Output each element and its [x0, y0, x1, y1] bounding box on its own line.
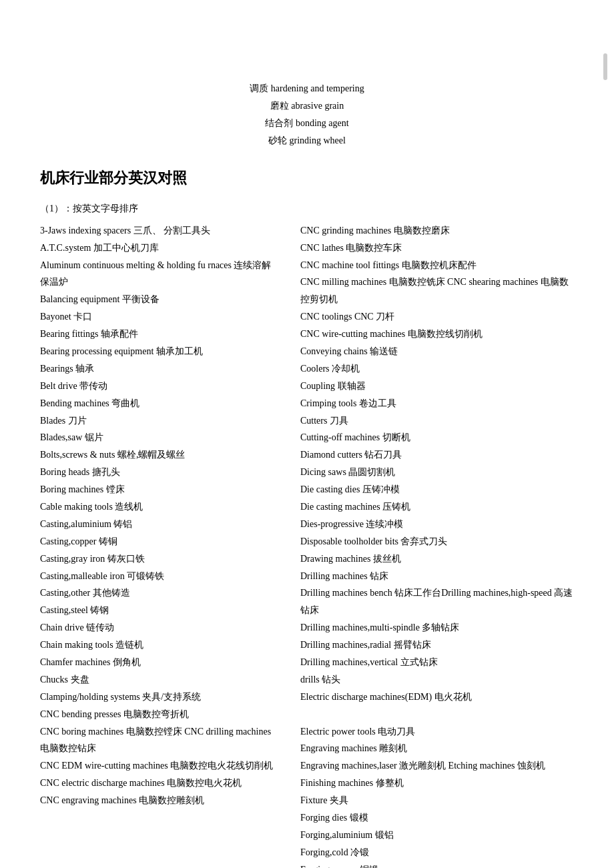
list-item: Chain making tools 造链机: [40, 636, 280, 654]
list-item: Boring heads 搪孔头: [40, 464, 280, 481]
list-item: Casting,copper 铸铜: [40, 533, 280, 550]
page: 调质 hardening and tempering 磨粒 abrasive g…: [0, 0, 614, 868]
list-item: Aluminum continuous melting & holding fu…: [40, 257, 280, 292]
scrollbar[interactable]: [603, 53, 607, 80]
left-column: 3-Jaws indexing spacers 三爪、 分割工具头 A.T.C.…: [40, 222, 294, 868]
list-item: Drilling machines,radial 摇臂钻床: [300, 636, 574, 654]
list-item: Forging,copper 铜锻: [300, 861, 574, 868]
right-column: CNC grinding machines 电脑数控磨床 CNC lathes …: [294, 222, 574, 868]
list-item: Engraving machines 雕刻机: [300, 740, 574, 757]
list-item: Clamping/holding systems 夹具/支持系统: [40, 689, 280, 706]
list-item: Bearing processing equipment 轴承加工机: [40, 343, 280, 360]
top-line-3: 结合剂 bonding agent: [40, 115, 574, 132]
list-item: CNC lathes 电脑数控车床: [300, 240, 574, 257]
list-item: CNC toolings CNC 刀杆: [300, 308, 574, 326]
list-item: Drilling machines,multi-spindle 多轴钻床: [300, 619, 574, 636]
list-item: Chain drive 链传动: [40, 619, 280, 636]
list-item: CNC electric discharge machines 电脑数控电火花机: [40, 775, 280, 792]
list-item: Bayonet 卡口: [40, 308, 280, 326]
list-item: Forging,aluminium 锻铝: [300, 827, 574, 844]
list-item: Forging,cold 冷锻: [300, 844, 574, 861]
list-item: Cutters 刀具: [300, 412, 574, 430]
list-item: Bearings 轴承: [40, 360, 280, 378]
list-item: CNC milling machines 电脑数控铣床 CNC shearing…: [300, 274, 574, 308]
top-line-4: 砂轮 grinding wheel: [40, 132, 574, 149]
list-item: Casting,gray iron 铸灰口铁: [40, 550, 280, 568]
list-item: Boring machines 镗床: [40, 481, 280, 498]
list-item: Chamfer machines 倒角机: [40, 654, 280, 671]
list-item: CNC machine tool fittings 电脑数控机床配件: [300, 257, 574, 274]
list-item: Balancing equipment 平衡设备: [40, 291, 280, 308]
list-item: Drilling machines,vertical 立式钻床: [300, 654, 574, 671]
list-item: Blades,saw 锯片: [40, 429, 280, 446]
list-item: Coupling 联轴器: [300, 378, 574, 395]
section-title: 机床行业部分英汉对照: [40, 168, 574, 188]
list-item: CNC bending presses 电脑数控弯折机: [40, 706, 280, 723]
list-item: 3-Jaws indexing spacers 三爪、 分割工具头: [40, 222, 280, 240]
sub-note: （1）：按英文字母排序: [40, 200, 574, 217]
list-item: CNC grinding machines 电脑数控磨床: [300, 222, 574, 240]
content-wrapper: 3-Jaws indexing spacers 三爪、 分割工具头 A.T.C.…: [40, 222, 574, 868]
list-item: Drilling machines bench 钻床工作台Drilling ma…: [300, 584, 574, 619]
list-item: CNC wire-cutting machines 电脑数控线切削机: [300, 326, 574, 343]
list-item: Cable making tools 造线机: [40, 498, 280, 516]
list-item: Die casting dies 压铸冲模: [300, 481, 574, 498]
list-item: Cutting-off machines 切断机: [300, 429, 574, 446]
list-item: Dies-progressive 连续冲模: [300, 516, 574, 533]
top-line-1: 调质 hardening and tempering: [40, 80, 574, 97]
list-item: Coolers 冷却机: [300, 360, 574, 378]
list-item: Bolts,screws & nuts 螺栓,螺帽及螺丝: [40, 446, 280, 464]
list-item: Electric power tools 电动刀具: [300, 723, 574, 741]
list-item: Electric discharge machines(EDM) 电火花机: [300, 689, 574, 706]
list-item: Blades 刀片: [40, 412, 280, 430]
list-item: Casting,steel 铸钢: [40, 602, 280, 619]
list-item: A.T.C.system 加工中心机刀库: [40, 240, 280, 257]
list-item: CNC boring machines 电脑数控镗床 CNC drilling …: [40, 723, 280, 758]
list-item: Conveying chains 输送链: [300, 343, 574, 360]
list-item: Crimping tools 卷边工具: [300, 395, 574, 412]
list-item: Disposable toolholder bits 舍弃式刀头: [300, 533, 574, 550]
list-item: Forging dies 锻模: [300, 809, 574, 827]
list-item: CNC engraving machines 电脑数控雕刻机: [40, 792, 280, 809]
list-item: Dicing saws 晶圆切割机: [300, 464, 574, 481]
list-item: Bending machines 弯曲机: [40, 395, 280, 412]
list-item: Chucks 夹盘: [40, 671, 280, 689]
list-item: Die casting machines 压铸机: [300, 498, 574, 516]
list-item: Drawing machines 拔丝机: [300, 550, 574, 568]
list-item: Finishing machines 修整机: [300, 775, 574, 792]
list-item: drills 钻头: [300, 671, 574, 689]
list-item: Casting,malleable iron 可锻铸铁: [40, 568, 280, 585]
top-line-2: 磨粒 abrasive grain: [40, 97, 574, 115]
list-item: CNC EDM wire-cutting machines 电脑数控电火花线切削…: [40, 757, 280, 775]
top-section: 调质 hardening and tempering 磨粒 abrasive g…: [40, 80, 574, 149]
list-item: Engraving machines,laser 激光雕刻机 Etching m…: [300, 757, 574, 775]
list-item: [300, 706, 574, 723]
list-item: Casting,aluminium 铸铝: [40, 516, 280, 533]
list-item: Diamond cutters 钻石刀具: [300, 446, 574, 464]
list-item: Fixture 夹具: [300, 792, 574, 809]
list-item: Drilling machines 钻床: [300, 568, 574, 585]
list-item: Belt drive 带传动: [40, 378, 280, 395]
list-item: Casting,other 其他铸造: [40, 584, 280, 602]
list-item: Bearing fittings 轴承配件: [40, 326, 280, 343]
